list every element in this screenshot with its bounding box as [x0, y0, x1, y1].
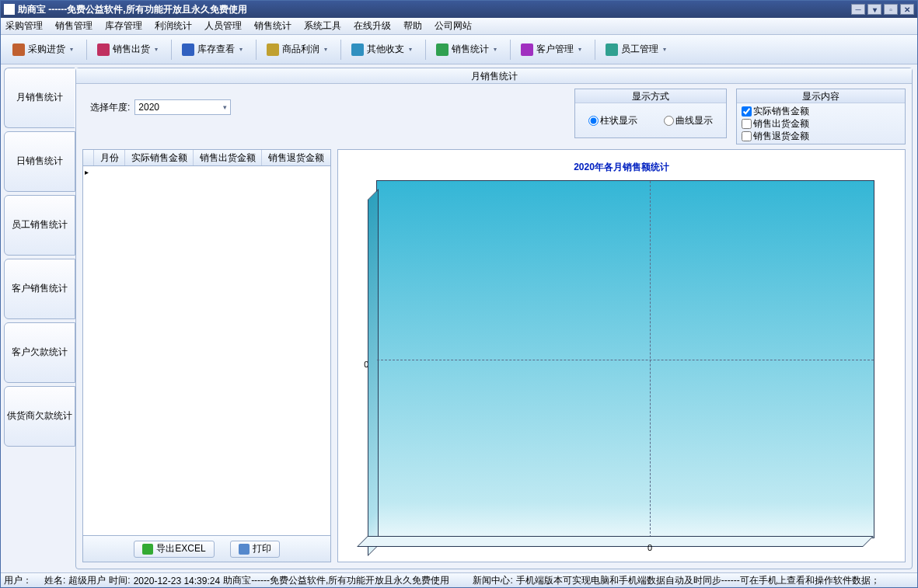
customer-icon [521, 43, 533, 56]
status-app: 助商宝------免费公益软件,所有功能开放且永久免费使用 [223, 574, 449, 587]
year-value: 2020 [138, 102, 159, 113]
export-excel-button[interactable]: 导出EXCEL [134, 541, 214, 558]
menu-item[interactable]: 在线升级 [354, 19, 391, 33]
grid-line-v [650, 181, 651, 538]
display-content-panel: 显示内容 实际销售金额 销售出货金额 销售退货金额 [736, 89, 906, 144]
menu-item[interactable]: 利润统计 [155, 19, 192, 33]
data-grid: 月份 实际销售金额 销售出货金额 销售退货金额 ▸ 导出EXCEL 打印 [82, 149, 331, 562]
stats-icon [436, 43, 449, 56]
menu-item[interactable]: 销售统计 [254, 19, 291, 33]
restore-button[interactable]: ▾ [867, 4, 881, 15]
content-panel: 月销售统计 选择年度: 2020 ▾ 显示方式 柱状显示 曲线显示 显示内容 [75, 68, 913, 569]
toolbar-staff-button[interactable]: 员工管理 [597, 39, 675, 61]
status-time: 2020-12-23 14:39:24 [134, 576, 220, 586]
status-news: 手机端版本可实现电脑和手机端数据自动及时同步------可在手机上查看和操作软件… [516, 574, 880, 587]
status-user-label: 用户： [4, 574, 32, 587]
menu-item[interactable]: 人员管理 [204, 19, 242, 33]
grid-body[interactable]: ▸ [82, 166, 331, 536]
minimize-button[interactable]: ─ [851, 4, 865, 15]
toolbar-purchase-button[interactable]: 采购进货 [4, 39, 82, 61]
status-bar: 用户： 姓名: 超级用户 时间: 2020-12-23 14:39:24 助商宝… [1, 572, 917, 588]
window-title: 助商宝 ------免费公益软件,所有功能开放且永久免费使用 [18, 3, 247, 16]
display-mode-panel: 显示方式 柱状显示 曲线显示 [574, 89, 727, 138]
title-bar: 助商宝 ------免费公益软件,所有功能开放且永久免费使用 ─ ▾ ▫ ✕ [1, 1, 917, 18]
chart-title: 2020年各月销售额统计 [574, 161, 669, 174]
status-time-label: 时间: [109, 574, 130, 587]
toolbar-other-button[interactable]: 其他收支 [343, 39, 421, 61]
x-axis-zero: 0 [647, 543, 652, 552]
row-marker-icon: ▸ [85, 168, 89, 176]
maximize-button[interactable]: ▫ [884, 4, 898, 15]
tab-customer-sales[interactable]: 客户销售统计 [4, 259, 75, 319]
menu-item[interactable]: 帮助 [403, 19, 422, 33]
toolbar-stock-button[interactable]: 库存查看 [173, 39, 251, 61]
staff-icon [606, 43, 618, 56]
app-icon [4, 4, 15, 15]
side-tabs: 月销售统计 日销售统计 员工销售统计 客户销售统计 客户欠款统计 供货商欠款统计 [1, 64, 75, 572]
stock-icon [182, 43, 194, 56]
tab-staff-sales[interactable]: 员工销售统计 [4, 195, 75, 256]
sales-icon [97, 43, 110, 56]
tab-daily-sales[interactable]: 日销售统计 [4, 131, 75, 192]
display-content-title: 显示内容 [737, 89, 905, 103]
toolbar-customer-button[interactable]: 客户管理 [512, 39, 590, 61]
chart-canvas: 0 0 [361, 177, 882, 549]
status-name: 超级用户 [68, 574, 106, 587]
print-button[interactable]: 打印 [230, 541, 280, 558]
grid-header: 月份 实际销售金额 销售出货金额 销售退货金额 [82, 149, 331, 166]
menu-item[interactable]: 库存管理 [105, 19, 142, 33]
menu-bar: 采购管理 销售管理 库存管理 利润统计 人员管理 销售统计 系统工具 在线升级 … [1, 18, 917, 35]
check-return-sales[interactable]: 销售退货金额 [742, 130, 900, 142]
menu-item[interactable]: 销售管理 [55, 19, 92, 33]
menu-item[interactable]: 系统工具 [304, 19, 341, 33]
tab-supplier-debt[interactable]: 供货商欠款统计 [4, 386, 75, 447]
grid-col-actual[interactable]: 实际销售金额 [125, 150, 194, 165]
close-button[interactable]: ✕ [900, 4, 914, 15]
print-icon [239, 544, 250, 555]
status-name-label: 姓名: [44, 574, 65, 587]
year-label: 选择年度: [90, 101, 130, 114]
purchase-icon [12, 43, 25, 56]
grid-col-shipped[interactable]: 销售出货金额 [194, 150, 262, 165]
tab-customer-debt[interactable]: 客户欠款统计 [4, 322, 75, 383]
grid-col-month[interactable]: 月份 [94, 150, 125, 165]
grid-line-h [377, 360, 874, 360]
chart-area: 2020年各月销售额统计 0 0 [337, 149, 906, 562]
menu-item[interactable]: 公司网站 [435, 19, 472, 33]
toolbar-profit-button[interactable]: 商品利润 [258, 39, 336, 61]
payments-icon [351, 43, 364, 56]
content-title: 月销售统计 [76, 68, 912, 84]
profit-icon [267, 43, 279, 56]
toolbar-sales-button[interactable]: 销售出货 [89, 39, 166, 61]
grid-col-marker [83, 150, 94, 165]
check-actual-sales[interactable]: 实际销售金额 [742, 105, 900, 117]
toolbar-stats-button[interactable]: 销售统计 [428, 39, 505, 61]
menu-item[interactable]: 采购管理 [5, 19, 43, 33]
chevron-down-icon: ▾ [223, 103, 227, 111]
check-shipped-sales[interactable]: 销售出货金额 [742, 117, 900, 130]
excel-icon [142, 544, 153, 555]
display-mode-title: 显示方式 [575, 89, 726, 103]
radio-bar[interactable]: 柱状显示 [588, 114, 637, 127]
status-news-label: 新闻中心: [473, 574, 512, 587]
year-select[interactable]: 2020 ▾ [134, 99, 231, 115]
toolbar: 采购进货 销售出货 库存查看 商品利润 其他收支 销售统计 客户管理 员工管理 [1, 35, 917, 64]
radio-line[interactable]: 曲线显示 [664, 114, 713, 127]
tab-monthly-sales[interactable]: 月销售统计 [4, 68, 75, 128]
grid-col-return[interactable]: 销售退货金额 [262, 150, 330, 165]
